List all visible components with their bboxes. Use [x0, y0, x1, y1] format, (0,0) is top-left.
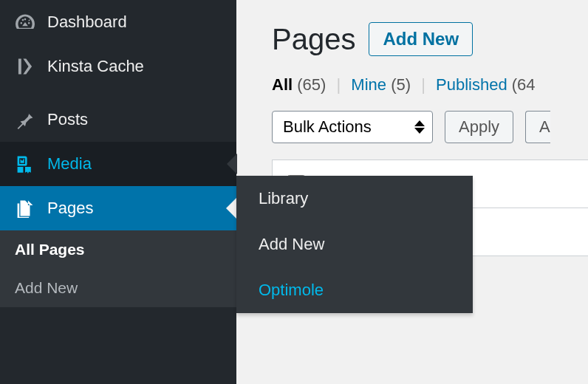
sidebar-item-media[interactable]: Media [0, 142, 236, 186]
separator: | [421, 75, 425, 94]
add-new-button[interactable]: Add New [369, 22, 473, 56]
dashboard-icon [15, 12, 35, 32]
bulk-actions-select[interactable]: Bulk Actions [272, 111, 433, 143]
select-caret-icon [414, 120, 425, 134]
sidebar-item-pages[interactable]: Pages [0, 186, 236, 230]
flyout-arrow-icon [227, 154, 237, 174]
sidebar-submenu: All Pages Add New [0, 230, 236, 307]
select-value: Bulk Actions [283, 117, 372, 136]
media-flyout: Library Add New Optimole [236, 176, 473, 313]
active-arrow-icon [226, 198, 236, 219]
flyout-add-new[interactable]: Add New [236, 222, 473, 267]
admin-sidebar: Dashboard Kinsta Cache Posts Media Pages… [0, 0, 236, 384]
page-header: Pages Add New [272, 22, 588, 56]
sidebar-label: Dashboard [47, 13, 127, 32]
sidebar-item-kinsta[interactable]: Kinsta Cache [0, 44, 236, 89]
filter-published-count: (64 [512, 75, 536, 94]
media-icon [15, 154, 35, 174]
submenu-all-pages[interactable]: All Pages [0, 230, 236, 269]
flyout-library[interactable]: Library [236, 176, 473, 222]
pages-icon [15, 198, 35, 219]
pin-icon [15, 109, 35, 130]
separator: | [337, 75, 341, 94]
bulk-actions-row: Bulk Actions Apply A [272, 111, 588, 143]
filter-links: All (65) | Mine (5) | Published (64 [272, 75, 588, 95]
kinsta-icon [15, 56, 35, 77]
filter-mine[interactable]: Mine [351, 75, 386, 94]
flyout-optimole[interactable]: Optimole [236, 267, 473, 313]
sidebar-label: Kinsta Cache [47, 57, 144, 76]
sidebar-label: Pages [47, 199, 93, 218]
filter-all-count: (65) [297, 75, 326, 94]
all-dates-button[interactable]: A [525, 111, 550, 143]
sidebar-item-dashboard[interactable]: Dashboard [0, 0, 236, 44]
filter-mine-count: (5) [391, 75, 411, 94]
sidebar-label: Posts [47, 110, 88, 129]
apply-button[interactable]: Apply [445, 111, 513, 143]
sidebar-label: Media [47, 154, 92, 174]
filter-published[interactable]: Published [436, 75, 507, 94]
sidebar-item-posts[interactable]: Posts [0, 97, 236, 142]
page-title: Pages [272, 23, 355, 56]
filter-all[interactable]: All [272, 75, 293, 94]
submenu-add-new[interactable]: Add New [0, 269, 236, 307]
